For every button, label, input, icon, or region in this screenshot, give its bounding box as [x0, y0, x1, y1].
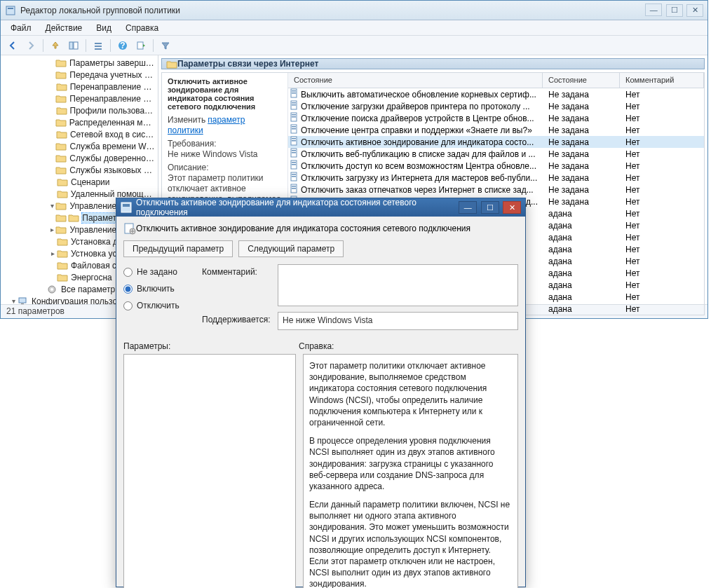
- up-button[interactable]: [48, 38, 63, 53]
- help-pane[interactable]: Этот параметр политики отключает активно…: [303, 354, 518, 588]
- supported-field: Не ниже Windows Vista: [278, 312, 518, 330]
- list-row[interactable]: Отключение центра справки и поддержки «З…: [288, 124, 704, 136]
- dialog-close-button[interactable]: ✕: [503, 201, 521, 214]
- tree-item-label: Службы языковых станда: [69, 165, 155, 175]
- svg-rect-0: [6, 6, 15, 15]
- chevron-icon[interactable]: ▾: [9, 297, 18, 304]
- folder-icon: [55, 225, 67, 235]
- dialog-titlebar[interactable]: Отключить активное зондирование для инди…: [116, 198, 525, 217]
- help-button[interactable]: ?: [115, 38, 130, 53]
- minimize-button[interactable]: —: [645, 4, 662, 16]
- list-row[interactable]: Отключить веб-публикацию в списке задач …: [288, 148, 704, 160]
- row-state: Не задана: [543, 197, 620, 207]
- filter-button[interactable]: [158, 38, 173, 53]
- export-button[interactable]: [133, 38, 149, 53]
- row-state: Не задана: [543, 149, 620, 159]
- main-titlebar[interactable]: Редактор локальной групповой политики — …: [1, 1, 707, 20]
- list-header[interactable]: Состояние Состояние Комментарий: [288, 73, 704, 88]
- details-header: Параметры связи через Интернет: [161, 58, 705, 69]
- tree-item[interactable]: Служба времени Window: [1, 140, 158, 152]
- col-comment[interactable]: Комментарий: [620, 73, 704, 88]
- tree-item-label: Служба времени Window: [69, 142, 155, 151]
- chevron-icon[interactable]: ▸: [48, 249, 57, 257]
- radio-notset[interactable]: Не задано: [123, 267, 194, 277]
- row-state: адана: [543, 245, 620, 254]
- tree-item-label: Перенаправление папки: [70, 82, 155, 92]
- menu-file[interactable]: Файл: [4, 22, 39, 34]
- tree-item[interactable]: Службы доверенного пла: [1, 152, 158, 164]
- tree-item[interactable]: Сетевой вход в систему: [1, 128, 158, 140]
- svg-rect-21: [292, 114, 296, 116]
- tree-item[interactable]: Профили пользователей: [1, 104, 158, 116]
- row-name: Отключение поиска драйверов устройств в …: [301, 114, 543, 123]
- row-comment: Нет: [620, 185, 704, 195]
- policy-icon: [288, 184, 301, 196]
- row-state: адана: [543, 268, 620, 278]
- list-button[interactable]: [90, 38, 106, 53]
- svg-rect-18: [292, 102, 296, 104]
- forward-button[interactable]: [23, 38, 39, 53]
- list-row[interactable]: Отключить заказ отпечатков через Интерне…: [288, 184, 704, 196]
- row-name: Отключить веб-публикацию в списке задач …: [301, 149, 543, 159]
- params-pane[interactable]: [123, 354, 296, 588]
- menubar: Файл Действие Вид Справка: [1, 20, 707, 36]
- list-row[interactable]: Отключить загрузку из Интернета для маст…: [288, 172, 704, 184]
- tree-item-label: Сценарии: [71, 177, 109, 187]
- tree-item-label: Параметры завершения р: [69, 58, 155, 68]
- dialog-minimize-button[interactable]: —: [459, 201, 477, 214]
- menu-help[interactable]: Справка: [118, 22, 165, 34]
- tree-item[interactable]: Передача учетных данны: [1, 69, 158, 81]
- next-param-button[interactable]: Следующий параметр: [238, 240, 344, 257]
- row-state: адана: [543, 209, 620, 219]
- folder-icon: [57, 237, 68, 247]
- svg-rect-45: [123, 204, 130, 207]
- list-row[interactable]: Выключить автоматическое обновление корн…: [288, 88, 704, 100]
- dialog-maximize-button[interactable]: ☐: [481, 201, 499, 214]
- chevron-icon[interactable]: ▾: [48, 202, 55, 210]
- row-name: Отключить активное зондирование для инди…: [301, 137, 543, 147]
- svg-rect-39: [292, 186, 296, 187]
- row-state: Не задана: [543, 161, 620, 171]
- list-row[interactable]: Отключение поиска драйверов устройств в …: [288, 112, 704, 124]
- prev-param-button[interactable]: Предыдущий параметр: [123, 240, 233, 257]
- tree-item[interactable]: Перенаправление папки: [1, 81, 158, 93]
- radio-enable[interactable]: Включить: [123, 284, 194, 294]
- comment-field[interactable]: [278, 264, 518, 306]
- back-button[interactable]: [5, 38, 20, 53]
- close-button[interactable]: ✕: [686, 4, 703, 17]
- svg-rect-15: [292, 90, 296, 92]
- folder-icon: [55, 118, 67, 128]
- menu-view[interactable]: Вид: [89, 22, 118, 34]
- col-state[interactable]: Состояние: [543, 73, 620, 88]
- svg-rect-6: [95, 48, 102, 50]
- menu-action[interactable]: Действие: [39, 22, 90, 34]
- svg-rect-19: [292, 104, 296, 106]
- radio-disable[interactable]: Отключить: [123, 301, 194, 310]
- chevron-icon[interactable]: ▸: [48, 226, 55, 233]
- policy-icon: [288, 88, 301, 100]
- policy-icon: [288, 172, 301, 184]
- svg-rect-5: [95, 46, 102, 47]
- tree-toggle-button[interactable]: [66, 38, 81, 53]
- svg-rect-28: [292, 140, 296, 142]
- tree-item[interactable]: Сценарии: [1, 176, 158, 188]
- tree-item[interactable]: Перенаправление устрой: [1, 93, 158, 104]
- folder-icon: [56, 82, 67, 92]
- row-name: Отключить заказ отпечатков через Интерне…: [301, 185, 543, 195]
- tree-item[interactable]: Службы языковых станда: [1, 164, 158, 176]
- maximize-button[interactable]: ☐: [666, 4, 683, 17]
- row-comment: Нет: [620, 102, 704, 111]
- row-name: Отключение центра справки и поддержки «З…: [301, 125, 543, 135]
- row-state: Не задана: [543, 125, 620, 135]
- svg-rect-13: [21, 303, 24, 305]
- tree-item[interactable]: Распределенная модель C: [1, 116, 158, 128]
- col-name[interactable]: Состояние: [288, 73, 543, 88]
- row-comment: Нет: [620, 114, 704, 123]
- list-row[interactable]: Отключение загрузки драйверов принтера п…: [288, 100, 704, 112]
- svg-rect-25: [292, 128, 296, 130]
- row-comment: Нет: [620, 268, 704, 278]
- list-row[interactable]: Отключить доступ ко всем возможностям Це…: [288, 160, 704, 172]
- tree-item[interactable]: Параметры завершения р: [1, 57, 158, 69]
- row-state: адана: [543, 280, 620, 290]
- list-row[interactable]: Отключить активное зондирование для инди…: [288, 136, 704, 148]
